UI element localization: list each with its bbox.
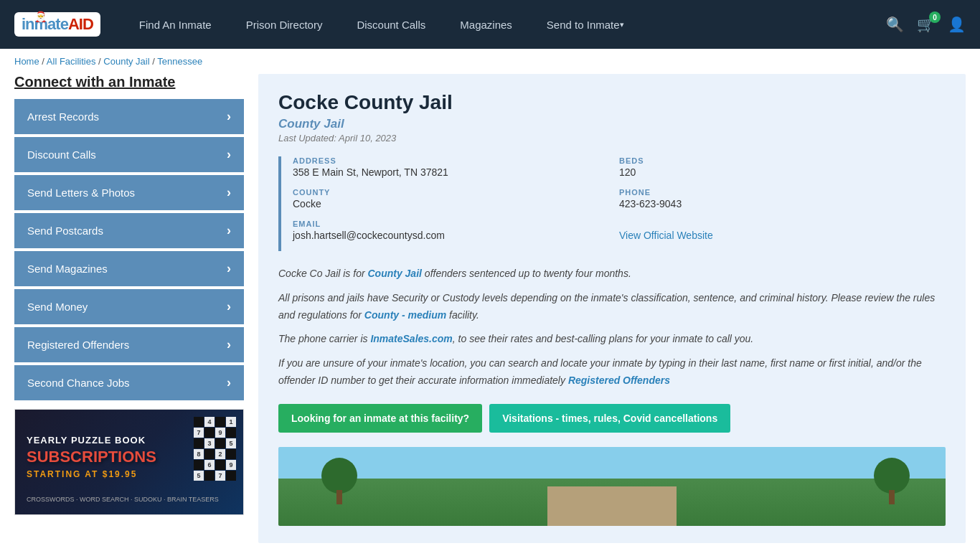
- breadcrumb-county-jail[interactable]: County Jail: [103, 56, 149, 67]
- email-info: EMAIL josh.hartsell@cockecountysd.com: [293, 220, 619, 241]
- sidebar-item-send-magazines-label: Send Magazines: [27, 263, 108, 275]
- address-value: 358 E Main St, Newport, TN 37821: [293, 166, 619, 178]
- sidebar-item-registered-offenders[interactable]: Registered Offenders ›: [14, 327, 244, 362]
- puzzle-grid-icon: 41 79 35 82 69 57: [194, 417, 236, 481]
- official-website-link[interactable]: View Official Website: [619, 230, 713, 241]
- user-icon[interactable]: 👤: [948, 16, 966, 33]
- arrow-icon: ›: [227, 375, 231, 390]
- arrow-icon: ›: [227, 223, 231, 238]
- address-label: ADDRESS: [293, 156, 619, 165]
- facility-description-3: The phone carrier is InmateSales.com, to…: [278, 331, 946, 348]
- logo-aid-text: AID: [68, 15, 93, 33]
- nav-magazines[interactable]: Magazines: [443, 0, 529, 49]
- nav-discount-calls[interactable]: Discount Calls: [339, 0, 443, 49]
- county-info: COUNTY Cocke: [293, 188, 619, 209]
- building-icon: [547, 486, 677, 526]
- facility-type: County Jail: [278, 117, 946, 131]
- breadcrumb-home[interactable]: Home: [14, 56, 39, 67]
- nav-links: Find An Inmate Prison Directory Discount…: [122, 0, 886, 49]
- phone-info: PHONE 423-623-9043: [619, 188, 946, 209]
- search-icon[interactable]: 🔍: [886, 16, 904, 33]
- arrow-icon: ›: [227, 109, 231, 124]
- sidebar-item-send-letters-label: Send Letters & Photos: [27, 187, 135, 199]
- arrow-icon: ›: [227, 147, 231, 162]
- cart-icon[interactable]: 🛒 0: [917, 16, 935, 33]
- nav-send-to-inmate[interactable]: Send to Inmate: [529, 0, 641, 49]
- beds-label: BEDS: [619, 156, 946, 165]
- sidebar-ad[interactable]: 41 79 35 82 69 57 YEARLY PUZZLE BOOK SUB…: [14, 409, 244, 515]
- breadcrumb: Home / All Facilities / County Jail / Te…: [0, 49, 980, 74]
- sidebar-item-arrest-records-label: Arrest Records: [27, 110, 99, 123]
- breadcrumb-all-facilities[interactable]: All Facilities: [47, 56, 96, 67]
- facility-photo: [278, 447, 946, 526]
- facility-description-1: Cocke Co Jail is for County Jail offende…: [278, 265, 946, 283]
- county-medium-link[interactable]: County - medium: [364, 309, 446, 321]
- email-label: EMAIL: [293, 220, 619, 228]
- visitations-button[interactable]: Visitations - times, rules, Covid cancel…: [489, 404, 730, 433]
- county-value: Cocke: [293, 198, 619, 209]
- ad-games-text: CROSSWORDS · WORD SEARCH · SUDOKU · BRAI…: [27, 496, 232, 503]
- sidebar-item-send-magazines[interactable]: Send Magazines ›: [14, 251, 244, 286]
- ad-title: YEARLY PUZZLE BOOK: [27, 435, 146, 446]
- arrow-icon: ›: [227, 299, 231, 314]
- logo[interactable]: 🎅 inmateAID: [14, 12, 100, 37]
- facility-description-4: If you are unsure of your inmate's locat…: [278, 355, 946, 390]
- sidebar-item-send-money[interactable]: Send Money ›: [14, 289, 244, 324]
- county-label: COUNTY: [293, 188, 619, 197]
- main-layout: Connect with an Inmate Arrest Records › …: [0, 74, 980, 551]
- sidebar-item-second-chance-jobs-label: Second Chance Jobs: [27, 377, 130, 389]
- arrow-icon: ›: [227, 337, 231, 352]
- cart-badge: 0: [929, 11, 941, 23]
- phone-label: PHONE: [619, 188, 946, 197]
- tree-right-icon: [874, 458, 910, 504]
- nav-prison-directory[interactable]: Prison Directory: [229, 0, 340, 49]
- sidebar-item-send-money-label: Send Money: [27, 301, 88, 313]
- navbar: 🎅 inmateAID Find An Inmate Prison Direct…: [0, 0, 980, 49]
- breadcrumb-state[interactable]: Tennessee: [157, 56, 202, 67]
- facility-detail: Cocke County Jail County Jail Last Updat…: [258, 74, 966, 543]
- sidebar-item-discount-calls[interactable]: Discount Calls ›: [14, 137, 244, 172]
- website-placeholder-label: [619, 220, 946, 228]
- inmate-sales-link[interactable]: InmateSales.com: [370, 333, 452, 344]
- sidebar-item-registered-offenders-label: Registered Offenders: [27, 339, 129, 351]
- ad-price-label: STARTING AT $19.95: [27, 469, 137, 479]
- ad-subtitle: SUBSCRIPTIONS: [27, 448, 156, 466]
- registered-offenders-link[interactable]: Registered Offenders: [568, 375, 670, 386]
- tree-left-icon: [321, 458, 357, 504]
- logo-hat-icon: 🎅: [34, 11, 46, 22]
- county-jail-link-1[interactable]: County Jail: [367, 268, 421, 279]
- arrow-icon: ›: [227, 185, 231, 200]
- sidebar-item-send-postcards[interactable]: Send Postcards ›: [14, 213, 244, 248]
- nav-icons: 🔍 🛒 0 👤: [886, 16, 966, 33]
- email-value: josh.hartsell@cockecountysd.com: [293, 230, 619, 241]
- sidebar-title: Connect with an Inmate: [14, 74, 244, 90]
- website-info: View Official Website: [619, 220, 946, 241]
- sidebar-item-second-chance-jobs[interactable]: Second Chance Jobs ›: [14, 365, 244, 400]
- action-buttons: Looking for an inmate at this facility? …: [278, 404, 946, 433]
- sidebar-item-discount-calls-label: Discount Calls: [27, 149, 96, 161]
- sidebar-item-send-postcards-label: Send Postcards: [27, 225, 103, 237]
- address-info: ADDRESS 358 E Main St, Newport, TN 37821: [293, 156, 619, 178]
- facility-name: Cocke County Jail: [278, 91, 946, 114]
- facility-description-2: All prisons and jails have Security or C…: [278, 290, 946, 324]
- looking-for-inmate-button[interactable]: Looking for an inmate at this facility?: [278, 404, 482, 433]
- facility-last-updated: Last Updated: April 10, 2023: [278, 133, 946, 143]
- nav-find-inmate[interactable]: Find An Inmate: [122, 0, 229, 49]
- beds-value: 120: [619, 166, 946, 178]
- phone-value: 423-623-9043: [619, 198, 946, 209]
- beds-info: BEDS 120: [619, 156, 946, 178]
- arrow-icon: ›: [227, 261, 231, 276]
- facility-info-grid: ADDRESS 358 E Main St, Newport, TN 37821…: [278, 156, 946, 251]
- sidebar-item-send-letters-photos[interactable]: Send Letters & Photos ›: [14, 175, 244, 210]
- sidebar: Connect with an Inmate Arrest Records › …: [14, 74, 244, 543]
- sidebar-item-arrest-records[interactable]: Arrest Records ›: [14, 99, 244, 134]
